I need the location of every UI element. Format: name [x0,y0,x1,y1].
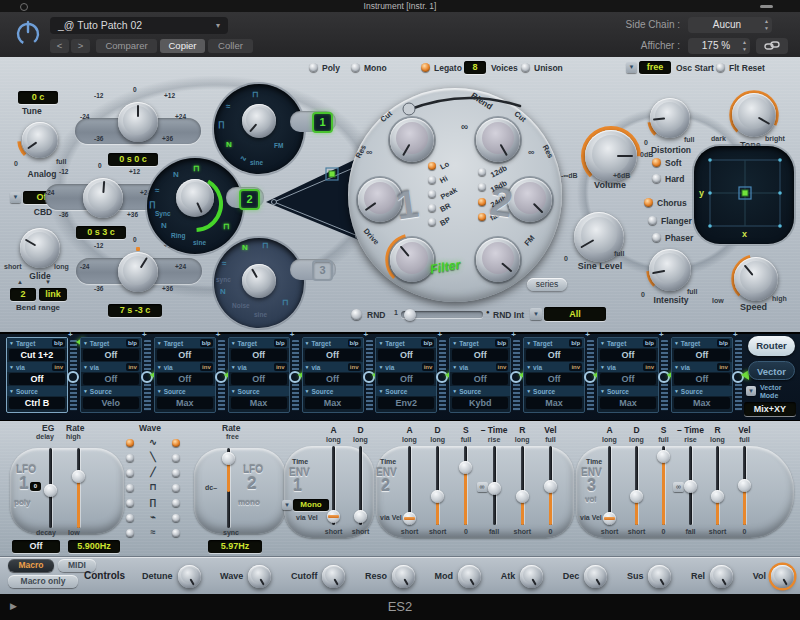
env-slider-column[interactable]: D long ∞ short [347,425,374,537]
osc1-pitch-knob[interactable] [118,102,158,142]
target-value[interactable]: Off [674,349,730,361]
vector-mode-value[interactable]: Mix+XY [744,402,796,416]
env-slider[interactable]: ∞ [431,446,444,525]
bypass-toggle[interactable]: b/p [200,339,213,347]
bypass-toggle[interactable]: b/p [569,339,582,347]
router-tab[interactable]: Router [748,336,795,356]
flt-reset-radio[interactable] [716,63,725,72]
ladder-handle[interactable] [67,371,79,383]
env-slider-column[interactable]: S full ∞ 0 [650,425,677,537]
filter1-resonance-knob[interactable] [358,178,402,222]
source-header[interactable]: Source [385,388,407,395]
target-header[interactable]: Target [16,340,35,347]
dropdown-icon[interactable]: ▼ [600,388,605,394]
macro-knob[interactable] [322,565,345,588]
dropdown-icon[interactable]: ▼ [9,340,14,346]
router-slot[interactable]: ▼Targetb/p Off ▼viainv Off ▼Source Velo … [80,336,152,416]
dropdown-icon[interactable]: ▼ [526,340,531,346]
filter-mode-radio[interactable] [428,204,436,212]
via-header[interactable]: via [459,364,468,371]
vector-tab[interactable]: Vector [748,361,795,380]
env-slider[interactable]: ∞ [603,446,616,525]
source-header[interactable]: Source [90,388,112,395]
source-header[interactable]: Source [459,388,481,395]
via-header[interactable]: via [311,364,320,371]
poly-radio[interactable] [309,63,318,72]
target-value[interactable]: Off [378,349,434,361]
via-value[interactable]: Off [9,373,65,385]
dropdown-icon[interactable]: ▼ [231,340,236,346]
osc3-enable-badge[interactable]: 3 [312,260,333,281]
macro-knob[interactable] [458,565,481,588]
source-value[interactable]: Max [305,397,361,409]
source-value[interactable]: Env2 [378,397,434,409]
bend-range-value[interactable]: 2 [10,288,36,301]
source-value[interactable]: Max [231,397,287,409]
bypass-toggle[interactable]: b/p [52,339,65,347]
via-header[interactable]: via [385,364,394,371]
osc3-pitch-knob[interactable] [118,252,158,292]
osc-start-dropdown-icon[interactable]: ▼ [626,62,637,73]
source-value[interactable]: Kybd [452,397,508,409]
target-value[interactable]: Off [526,349,582,361]
dropdown-icon[interactable]: ▼ [378,388,383,394]
router-slot[interactable]: ▼Targetb/p Cut 1+2 ▼viainv Off ▼Source C… [6,336,78,416]
source-header[interactable]: Source [533,388,555,395]
target-header[interactable]: Target [607,340,626,347]
bend-up-icon[interactable]: ▲ [17,279,23,285]
env-slider-column[interactable]: Vel full ∞ 0 [731,425,758,537]
env-slider[interactable]: ∞ [657,446,670,525]
macro-knob[interactable] [584,565,607,588]
invert-toggle[interactable]: inv [274,363,287,371]
lfo1-eg-slider[interactable] [44,448,57,528]
env-slider-column[interactable]: D long ∞ short [424,425,451,537]
bypass-toggle[interactable]: b/p [348,339,361,347]
via-value[interactable]: Off [674,373,730,385]
macro-knob[interactable] [520,565,543,588]
unison-radio[interactable] [521,63,530,72]
via-header[interactable]: via [90,364,99,371]
lfo2-wave-radio[interactable] [172,469,180,477]
osc1-enable-badge[interactable]: 1 [312,112,333,133]
invert-toggle[interactable]: inv [643,363,656,371]
rnd-target-value[interactable]: All [544,307,606,321]
paste-button[interactable]: Coller [208,39,253,53]
bypass-toggle[interactable]: b/p [274,339,287,347]
voices-value[interactable]: 8 [464,61,486,74]
env-slider-column[interactable]: A long ∞ short [596,425,623,537]
rnd-target-dropdown-icon[interactable]: ▼ [530,308,542,320]
dropdown-icon[interactable]: ▼ [83,364,88,370]
dropdown-icon[interactable]: ▼ [231,388,236,394]
mono-radio[interactable] [351,63,360,72]
source-value[interactable]: Ctrl B [9,397,65,409]
sustain-infinity-button[interactable]: ∞ [673,482,684,492]
filter-mode-radio[interactable] [428,190,436,198]
speed-knob[interactable] [734,257,778,301]
dropdown-icon[interactable]: ▼ [600,340,605,346]
flanger-radio[interactable] [648,216,657,225]
env-slider[interactable]: ∞ [403,446,416,525]
stepper-icon[interactable]: ▲▼ [742,39,747,53]
lfo2-rate-slider[interactable] [222,448,235,528]
via-header[interactable]: via [533,364,542,371]
lfo2-wave-radio[interactable] [172,439,180,447]
power-icon[interactable] [13,18,43,48]
macro-knob[interactable] [392,565,415,588]
side-chain-select[interactable]: Aucun ▲▼ [688,17,772,33]
via-header[interactable]: via [164,364,173,371]
sustain-infinity-button[interactable]: ∞ [477,482,488,492]
view-scale-select[interactable]: 175 % ▲▼ [688,38,750,54]
tone-knob[interactable] [732,93,776,137]
osc2-wave-selector[interactable]: ⊓N≈∏N⊓ Sync Ring sine [147,158,243,254]
dropdown-icon[interactable]: ▼ [305,388,310,394]
target-header[interactable]: Target [385,340,404,347]
target-header[interactable]: Target [311,340,330,347]
dropdown-icon[interactable]: ▼ [231,364,236,370]
via-value[interactable]: Off [83,373,139,385]
lfo1-eg-value[interactable]: Off [12,540,60,553]
source-value[interactable]: Velo [83,397,139,409]
lfo2-wave-radio[interactable] [172,529,180,537]
source-value[interactable]: Max [600,397,656,409]
invert-toggle[interactable]: inv [200,363,213,371]
dropdown-icon[interactable]: ▼ [600,364,605,370]
